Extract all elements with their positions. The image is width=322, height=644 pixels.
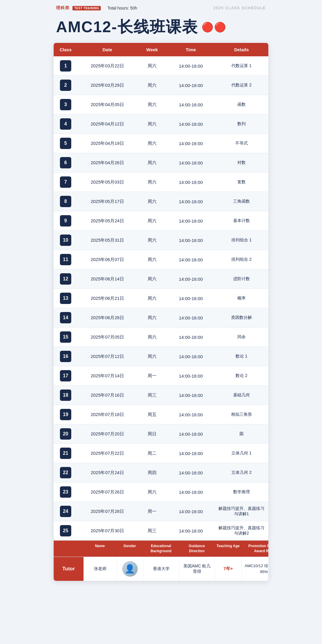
cell-time: 14:00-16:00 (167, 134, 215, 153)
class-table: Class Date Week Time Details 1 2025年03月2… (54, 43, 268, 541)
cell-class-num: 14 (54, 308, 78, 327)
cell-date: 2025年07月05日 (78, 328, 137, 347)
cell-week: 周六 (137, 153, 167, 172)
avatar-icon: 👤 (122, 561, 138, 577)
cell-week: 周六 (137, 95, 167, 114)
cell-week: 周六 (137, 211, 167, 230)
table-row: 1 2025年03月22日 周六 14:00-16:00 代数运算 1 (54, 56, 268, 76)
cell-time: 14:00-16:00 (167, 231, 215, 250)
cell-date: 2025年04月19日 (78, 134, 137, 153)
cell-date: 2025年06月21日 (78, 289, 137, 308)
class-number: 23 (60, 486, 71, 498)
cell-details: 相似三角形 (215, 405, 268, 424)
cell-week: 周六 (137, 134, 167, 153)
cell-time: 14:00-16:00 (167, 328, 215, 347)
brand-name: 理科类 (56, 5, 69, 11)
cell-time: 14:00-16:00 (167, 521, 215, 540)
cell-date: 2025年07月24日 (78, 463, 137, 482)
cell-class-num: 15 (54, 328, 78, 347)
cell-date: 2025年07月30日 (78, 521, 137, 540)
cell-time: 14:00-16:00 (167, 424, 215, 443)
cell-details: 复数 (215, 173, 268, 192)
tutor-table-header: Name Gender Educational Background Guida… (54, 541, 268, 557)
cell-class-num: 20 (54, 424, 78, 443)
cell-week: 周六 (137, 328, 167, 347)
col-details: Details (215, 43, 268, 56)
class-number: 16 (60, 351, 71, 362)
tutor-col-age: Teaching Age (215, 541, 242, 557)
table-row: 8 2025年05月17日 周六 14:00-16:00 三角函数 (54, 192, 268, 211)
cell-time: 14:00-16:00 (167, 463, 215, 482)
cell-week: 周六 (137, 76, 167, 95)
class-number: 1 (60, 60, 71, 72)
tutor-col-label (54, 541, 83, 557)
class-number: 3 (60, 99, 71, 110)
cell-time: 14:00-16:00 (167, 76, 215, 95)
cell-class-num: 24 (54, 502, 78, 521)
class-number: 14 (60, 312, 71, 323)
class-number: 11 (60, 254, 71, 265)
class-number: 9 (60, 215, 71, 226)
cell-class-num: 23 (54, 482, 78, 502)
cell-time: 14:00-16:00 (167, 366, 215, 385)
main-title: AMC12-长线班课表 🔴🔴 (56, 17, 266, 38)
cell-week: 周六 (137, 173, 167, 192)
cell-date: 2025年04月26日 (78, 153, 137, 172)
cell-week: 周六 (137, 308, 167, 327)
cell-details: 圆 (215, 424, 268, 443)
cell-class-num: 2 (54, 76, 78, 95)
cell-time: 14:00-16:00 (167, 308, 215, 327)
cell-time: 14:00-16:00 (167, 289, 215, 308)
cell-class-num: 6 (54, 153, 78, 172)
cell-details: 对数 (215, 153, 268, 172)
col-week: Week (137, 43, 167, 56)
cell-details: 数列 (215, 114, 268, 134)
cell-time: 14:00-16:00 (167, 114, 215, 134)
brand-tag: TEST TRAINING (72, 6, 101, 10)
class-number: 10 (60, 235, 71, 246)
cell-week: 周一 (137, 502, 167, 521)
cell-time: 14:00-16:00 (167, 250, 215, 269)
table-row: 9 2025年05月24日 周六 14:00-16:00 基本计数 (54, 211, 268, 231)
table-row: 13 2025年06月21日 周六 14:00-16:00 概率 (54, 289, 268, 308)
cell-time: 14:00-16:00 (167, 56, 215, 75)
schedule-label: 2025 CLASS SCHEDULE (213, 6, 266, 10)
cell-week: 周六 (137, 289, 167, 308)
class-number: 15 (60, 331, 71, 343)
cell-class-num: 8 (54, 192, 78, 211)
table-body: 1 2025年03月22日 周六 14:00-16:00 代数运算 1 2 20… (54, 56, 268, 541)
title-text: AMC12-长线班课表 (56, 17, 198, 38)
table-row: 17 2025年07月14日 周一 14:00-16:00 数论 2 (54, 366, 268, 386)
cell-date: 2025年07月20日 (78, 424, 137, 443)
total-hours: Total hours: 50h (107, 6, 137, 10)
table-row: 18 2025年07月16日 周三 14:00-16:00 基础几何 (54, 386, 268, 405)
cell-class-num: 7 (54, 173, 78, 192)
cell-class-num: 21 (54, 444, 78, 463)
tutor-col-gender: Gender (116, 541, 143, 557)
class-number: 2 (60, 80, 71, 91)
table-row: 7 2025年05月03日 周六 14:00-16:00 复数 (54, 173, 268, 192)
cell-details: 基本计数 (215, 211, 268, 230)
table-row: 16 2025年07月12日 周六 14:00-16:00 数论 1 (54, 347, 268, 366)
tutor-col-guidance: Guidance Direction (179, 541, 215, 557)
cell-date: 2025年05月17日 (78, 192, 137, 211)
cell-week: 周六 (137, 482, 167, 502)
table-row: 24 2025年07月28日 周一 14:00-16:00 解题技巧提升、真题练… (54, 502, 268, 521)
class-number: 13 (60, 293, 71, 304)
cell-time: 14:00-16:00 (167, 386, 215, 405)
cell-time: 14:00-16:00 (167, 347, 215, 366)
table-row: 22 2025年07月24日 周四 14:00-16:00 立体几何 2 (54, 463, 268, 482)
cell-class-num: 17 (54, 366, 78, 385)
col-class: Class (54, 43, 78, 56)
cell-week: 周日 (137, 424, 167, 443)
cell-class-num: 13 (54, 289, 78, 308)
table-row: 21 2025年07月22日 周二 14:00-16:00 立体几何 1 (54, 444, 268, 463)
tutor-col-promotion: Promotion Rate or Award Rate (242, 541, 268, 557)
class-number: 18 (60, 389, 71, 401)
cell-week: 周六 (137, 114, 167, 134)
cell-date: 2025年07月22日 (78, 444, 137, 463)
header: 理科类 TEST TRAINING Total hours: 50h 2025 … (48, 0, 274, 14)
col-date: Date (78, 43, 137, 56)
class-number: 22 (60, 467, 71, 478)
cell-date: 2025年04月05日 (78, 95, 137, 114)
